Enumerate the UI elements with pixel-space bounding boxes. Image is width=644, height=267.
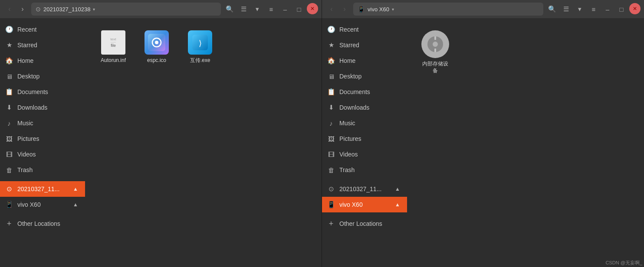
left-file-area: text file Autorun.inf <box>85 18 322 267</box>
right-home-label: Home <box>339 57 402 64</box>
right-sidebar-item-downloads[interactable]: ⬇ Downloads <box>322 100 407 115</box>
left-sidebar-item-desktop[interactable]: 🖥 Desktop <box>0 68 85 84</box>
right-sidebar-item-documents[interactable]: 📋 Documents <box>322 84 407 100</box>
file-autorun-name: Autorun.inf <box>101 57 126 64</box>
right-path-bar[interactable]: 📱 vivo X60 ▾ <box>353 3 543 16</box>
right-forward-button[interactable]: › <box>338 3 351 15</box>
file-espc-icon <box>145 30 169 55</box>
right-vivo-eject[interactable]: ▲ <box>393 201 402 208</box>
left-back-button[interactable]: ‹ <box>3 3 16 15</box>
svg-point-7 <box>433 42 438 47</box>
right-path-chevron: ▾ <box>392 7 394 12</box>
left-path-bar[interactable]: ⊙ 20210327_110238 ▾ <box>31 3 221 16</box>
left-sidebar-item-starred[interactable]: ★ Starred <box>0 37 85 53</box>
right-view-options-button[interactable]: ▾ <box>574 3 586 15</box>
svg-point-2 <box>155 41 158 44</box>
left-sidebar-item-downloads[interactable]: ⬇ Downloads <box>0 100 85 115</box>
file-espc[interactable]: espc.ico <box>137 27 176 68</box>
right-path-icon: 📱 <box>358 6 365 13</box>
right-documents-icon: 📋 <box>327 88 335 96</box>
left-search-button[interactable]: 🔍 <box>223 3 236 15</box>
left-trash-label: Trash <box>17 166 80 173</box>
left-vivo-eject[interactable]: ▲ <box>71 201 80 208</box>
left-view-options-button[interactable]: ▾ <box>251 3 263 15</box>
right-sidebar-item-recent[interactable]: 🕐 Recent <box>322 22 407 37</box>
left-drive1-eject[interactable]: ▲ <box>71 185 80 193</box>
right-drive1-eject[interactable]: ▲ <box>393 185 402 193</box>
right-sidebar-item-desktop[interactable]: 🖥 Desktop <box>322 68 407 84</box>
left-path-icon: ⊙ <box>36 6 41 13</box>
left-recent-label: Recent <box>17 26 80 33</box>
left-other-locations-label: Other Locations <box>17 220 80 227</box>
right-desktop-label: Desktop <box>339 73 402 80</box>
right-close-button[interactable]: ✕ <box>629 3 641 14</box>
right-downloads-icon: ⬇ <box>327 104 335 111</box>
right-recent-label: Recent <box>339 26 402 33</box>
file-autorun[interactable]: text file Autorun.inf <box>94 27 133 68</box>
left-sidebar-item-drive1[interactable]: ⊙ 20210327_11... ▲ <box>0 181 85 197</box>
left-minimize-button[interactable]: – <box>279 3 291 15</box>
left-sidebar-item-recent[interactable]: 🕐 Recent <box>0 22 85 37</box>
right-music-label: Music <box>339 120 402 127</box>
right-other-locations-label: Other Locations <box>339 220 402 227</box>
left-sidebar-item-home[interactable]: 🏠 Home <box>0 53 85 68</box>
right-pictures-icon: 🖼 <box>327 135 335 143</box>
right-trash-icon: 🗑 <box>327 166 335 174</box>
left-close-button[interactable]: ✕ <box>307 3 318 14</box>
left-menu-button[interactable]: ≡ <box>265 3 277 15</box>
left-pictures-label: Pictures <box>17 135 80 142</box>
right-path-text: vivo X60 <box>368 6 389 13</box>
left-starred-label: Starred <box>17 42 80 49</box>
left-sidebar-item-pictures[interactable]: 🖼 Pictures <box>0 131 85 147</box>
right-menu-button[interactable]: ≡ <box>588 3 600 15</box>
file-espc-name: espc.ico <box>147 57 166 64</box>
left-sidebar-item-videos[interactable]: 🎞 Videos <box>0 147 85 162</box>
right-videos-icon: 🎞 <box>327 151 335 158</box>
right-desktop-icon: 🖥 <box>327 73 335 80</box>
left-maximize-button[interactable]: □ <box>293 3 305 15</box>
left-list-view-button[interactable]: ☰ <box>237 3 250 15</box>
right-file-area: 内部存储设备 <box>407 18 644 267</box>
right-videos-label: Videos <box>339 151 402 158</box>
right-list-view-button[interactable]: ☰ <box>560 3 572 15</box>
left-sidebar-item-documents[interactable]: 📋 Documents <box>0 84 85 100</box>
device-internal-storage-icon <box>421 30 449 58</box>
left-sidebar-item-vivo[interactable]: 📱 vivo X60 ▲ <box>0 197 85 212</box>
right-search-button[interactable]: 🔍 <box>546 3 558 15</box>
left-trash-icon: 🗑 <box>5 166 13 174</box>
left-sidebar: 🕐 Recent ★ Starred 🏠 Home 🖥 Desktop 📋 <box>0 18 85 267</box>
left-titlebar: ‹ › ⊙ 20210327_110238 ▾ 🔍 ☰ ▾ ≡ – □ ✕ <box>0 0 322 18</box>
right-sidebar-item-vivo[interactable]: 📱 vivo X60 ▲ <box>322 197 407 212</box>
right-sidebar-item-drive1[interactable]: ⊙ 20210327_11... ▲ <box>322 181 407 197</box>
right-sidebar-item-starred[interactable]: ★ Starred <box>322 37 407 53</box>
left-starred-icon: ★ <box>5 41 13 49</box>
right-maximize-button[interactable]: □ <box>615 3 628 15</box>
right-minimize-button[interactable]: – <box>601 3 614 15</box>
file-autorun-icon: text file <box>101 30 125 55</box>
right-sidebar-item-music[interactable]: ♪ Music <box>322 115 407 131</box>
left-sidebar-item-other-locations[interactable]: + Other Locations <box>0 216 85 231</box>
left-sidebar-item-music[interactable]: ♪ Music <box>0 115 85 131</box>
left-other-locations-icon: + <box>5 219 13 228</box>
right-titlebar: ‹ › 📱 vivo X60 ▾ 🔍 ☰ ▾ ≡ – □ ✕ <box>322 0 644 18</box>
right-window: ‹ › 📱 vivo X60 ▾ 🔍 ☰ ▾ ≡ – □ ✕ <box>322 0 644 267</box>
left-desktop-icon: 🖥 <box>5 73 13 80</box>
right-drive1-label: 20210327_11... <box>339 186 389 192</box>
left-vivo-label: vivo X60 <box>17 201 67 208</box>
left-window-body: 🕐 Recent ★ Starred 🏠 Home 🖥 Desktop 📋 <box>0 18 322 267</box>
left-documents-label: Documents <box>17 88 80 95</box>
watermark: CSDN @无妄啊_ <box>605 260 642 266</box>
right-sidebar-item-videos[interactable]: 🎞 Videos <box>322 147 407 162</box>
right-sidebar-item-home[interactable]: 🏠 Home <box>322 53 407 68</box>
right-sidebar-item-other-locations[interactable]: + Other Locations <box>322 216 407 231</box>
right-back-button[interactable]: ‹ <box>325 3 338 15</box>
left-sidebar-item-trash[interactable]: 🗑 Trash <box>0 162 85 178</box>
left-recent-icon: 🕐 <box>5 26 13 33</box>
device-internal-storage[interactable]: 内部存储设备 <box>416 27 455 78</box>
file-exe[interactable]: ⟩ 互传.exe <box>181 27 220 68</box>
left-forward-button[interactable]: › <box>16 3 29 15</box>
left-drive1-label: 20210327_11... <box>17 186 67 192</box>
right-recent-icon: 🕐 <box>327 26 335 33</box>
right-sidebar-item-trash[interactable]: 🗑 Trash <box>322 162 407 178</box>
right-sidebar-item-pictures[interactable]: 🖼 Pictures <box>322 131 407 147</box>
